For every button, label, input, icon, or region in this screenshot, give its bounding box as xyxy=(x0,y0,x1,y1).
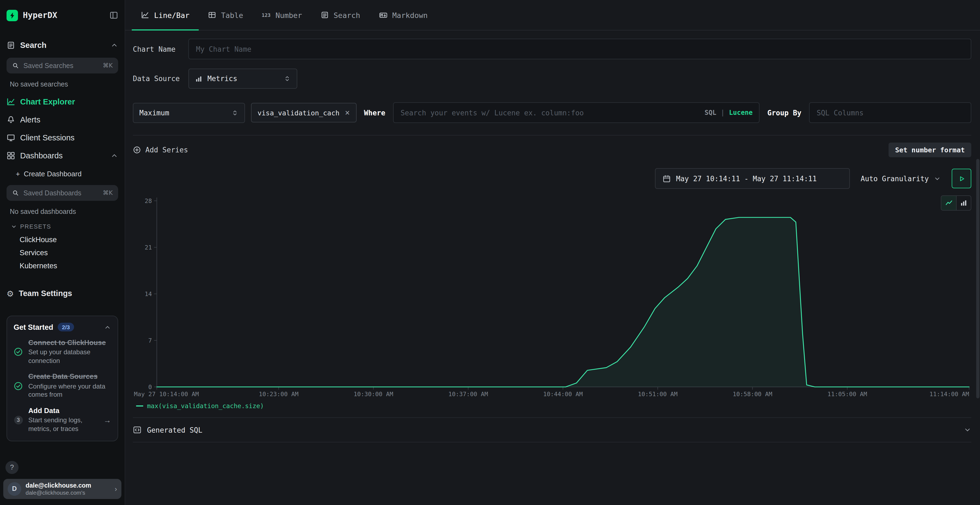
sidebar-collapse-icon[interactable] xyxy=(110,11,118,20)
help-button[interactable]: ? xyxy=(5,461,19,474)
circle-plus-icon xyxy=(133,146,141,154)
section-divider xyxy=(133,135,971,135)
sidebar-item-chart-explorer[interactable]: Chart Explorer xyxy=(6,92,118,110)
no-saved-searches-text: No saved searches xyxy=(10,81,118,88)
run-query-button[interactable] xyxy=(952,169,971,188)
code-icon xyxy=(133,426,142,434)
language-lucene-toggle[interactable]: Lucene xyxy=(729,109,753,116)
sidebar-item-team-settings[interactable]: ⚙ Team Settings xyxy=(6,284,118,303)
search-section-label: Search xyxy=(20,41,106,49)
sidebar-header: HyperDX xyxy=(6,0,118,30)
user-menu[interactable]: D dale@clickhouse.com dale@clickhouse.co… xyxy=(3,479,121,499)
get-started-item-datasources[interactable]: Create Data Sources Configure where your… xyxy=(14,373,111,399)
add-series-button[interactable]: Add Series xyxy=(133,146,188,154)
plus-icon: + xyxy=(16,170,20,178)
select-updown-icon xyxy=(231,109,239,116)
number-123-icon: 123 xyxy=(262,12,270,18)
search-section-header[interactable]: Search xyxy=(6,36,118,54)
calendar-icon xyxy=(663,175,671,183)
tab-markdown[interactable]: Markdown xyxy=(369,0,437,30)
get-started-progress-badge: 2/3 xyxy=(58,323,74,332)
chevron-down-icon xyxy=(934,175,941,182)
get-started-title: Get Started xyxy=(14,323,53,331)
granularity-select[interactable]: Auto Granularity xyxy=(858,175,944,183)
preset-item-services[interactable]: Services xyxy=(6,246,118,259)
bar-view-toggle[interactable] xyxy=(956,196,971,210)
search-icon xyxy=(12,62,19,69)
chart-toolbar: May 27 10:14:11 - May 27 11:14:11 Auto G… xyxy=(133,168,971,189)
tab-label: Number xyxy=(275,11,302,19)
get-started-item-subtitle: Configure where your data comes from xyxy=(28,382,111,399)
search-list-icon xyxy=(320,11,329,19)
get-started-item-subtitle: Set up your database connection xyxy=(28,349,111,365)
chart-display-toggle xyxy=(941,195,971,211)
group-by-input[interactable] xyxy=(809,102,971,123)
where-input-wrap: SQL | Lucene xyxy=(393,102,759,123)
where-label: Where xyxy=(364,108,385,117)
bell-icon xyxy=(6,115,15,124)
sidebar-item-label: Client Sessions xyxy=(20,133,75,142)
generated-sql-label: Generated SQL xyxy=(147,426,202,434)
aggregation-select[interactable]: Maximum xyxy=(133,103,245,123)
svg-text:10:44:00 AM: 10:44:00 AM xyxy=(543,391,583,397)
tab-label: Table xyxy=(221,11,243,19)
team-settings-label: Team Settings xyxy=(19,289,118,298)
language-sql-toggle[interactable]: SQL xyxy=(705,109,716,116)
monitor-icon xyxy=(6,133,15,142)
close-icon[interactable]: × xyxy=(345,108,350,117)
svg-text:10:23:00 AM: 10:23:00 AM xyxy=(259,391,299,397)
metrics-source-icon xyxy=(195,75,202,83)
line-view-toggle[interactable] xyxy=(941,196,956,210)
chart-name-label: Chart Name xyxy=(133,45,181,53)
tab-line-bar[interactable]: Line/Bar xyxy=(132,0,199,30)
arrow-right-icon[interactable]: → xyxy=(103,416,111,424)
tab-label: Line/Bar xyxy=(154,11,189,19)
line-chart-icon xyxy=(141,11,149,19)
sidebar-item-dashboards[interactable]: Dashboards xyxy=(6,146,118,164)
svg-text:0: 0 xyxy=(148,384,152,391)
get-started-item-subtitle: Start sending logs, metrics, or traces xyxy=(28,416,98,433)
date-range-value: May 27 10:14:11 - May 27 11:14:11 xyxy=(676,175,817,183)
chevron-up-icon xyxy=(111,41,118,49)
legend-line-swatch xyxy=(136,405,143,407)
metric-tag[interactable]: visa_validation_cach × xyxy=(251,103,356,122)
data-source-label: Data Source xyxy=(133,75,181,83)
saved-searches-input[interactable]: Saved Searches ⌘K xyxy=(6,58,118,73)
saved-dashboards-placeholder: Saved Dashboards xyxy=(24,189,99,197)
sidebar-item-alerts[interactable]: Alerts xyxy=(6,110,118,129)
scrollbar-thumb[interactable] xyxy=(976,159,980,399)
search-section-icon xyxy=(6,41,15,49)
tab-search[interactable]: Search xyxy=(311,0,369,30)
tab-table[interactable]: Table xyxy=(199,0,252,30)
presets-toggle[interactable]: PRESETS xyxy=(6,220,118,233)
markdown-icon xyxy=(379,11,387,19)
sidebar-item-client-sessions[interactable]: Client Sessions xyxy=(6,129,118,146)
get-started-item-add-data[interactable]: 3 Add Data Start sending logs, metrics, … xyxy=(14,407,111,434)
hyperdx-app: HyperDX Search Saved Searches ⌘K No save… xyxy=(0,0,980,505)
data-source-value: Metrics xyxy=(207,75,237,83)
generated-sql-toggle[interactable]: Generated SQL xyxy=(133,418,971,442)
create-dashboard-button[interactable]: + Create Dashboard xyxy=(6,165,118,182)
timeseries-line-chart[interactable]: 07142128May 27 10:14:00 AM10:23:00 AM10:… xyxy=(133,194,971,401)
preset-item-kubernetes[interactable]: Kubernetes xyxy=(6,260,118,272)
get-started-item-body: Add Data Start sending logs, metrics, or… xyxy=(28,407,98,434)
preset-item-clickhouse[interactable]: ClickHouse xyxy=(6,233,118,246)
granularity-value: Auto Granularity xyxy=(861,175,929,183)
set-number-format-button[interactable]: Set number format xyxy=(889,142,971,157)
tab-number[interactable]: 123 Number xyxy=(252,0,311,30)
preset-label: ClickHouse xyxy=(20,236,57,244)
chevron-right-icon: › xyxy=(115,485,117,493)
group-by-wrap xyxy=(809,102,971,123)
svg-text:11:05:00 AM: 11:05:00 AM xyxy=(827,391,867,397)
saved-dashboards-input[interactable]: Saved Dashboards ⌘K xyxy=(6,185,118,201)
data-source-select[interactable]: Metrics xyxy=(188,68,297,89)
tab-label: Search xyxy=(334,11,360,19)
get-started-item-connect[interactable]: Connect to ClickHouse Set up your databa… xyxy=(14,338,111,365)
get-started-header[interactable]: Get Started 2/3 xyxy=(14,323,111,332)
add-series-label: Add Series xyxy=(145,146,188,154)
date-range-picker[interactable]: May 27 10:14:11 - May 27 11:14:11 xyxy=(655,168,850,189)
sidebar-item-label: Chart Explorer xyxy=(20,97,75,106)
saved-dashboards-shortcut: ⌘K xyxy=(103,189,113,197)
main-panel: Line/Bar Table 123 Number Search xyxy=(125,0,980,505)
chart-name-input[interactable] xyxy=(188,39,971,59)
